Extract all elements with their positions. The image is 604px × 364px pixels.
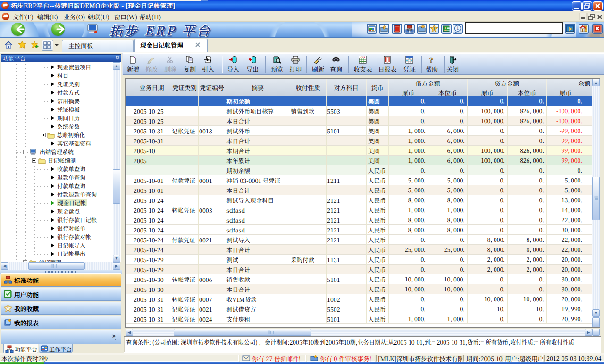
- svg-text:1: 1: [457, 25, 459, 31]
- svg-text:?: ?: [429, 56, 434, 64]
- svg-text:1: 1: [433, 26, 436, 31]
- svg-text:1: 1: [7, 306, 9, 312]
- svg-text:CHS: CHS: [361, 56, 365, 58]
